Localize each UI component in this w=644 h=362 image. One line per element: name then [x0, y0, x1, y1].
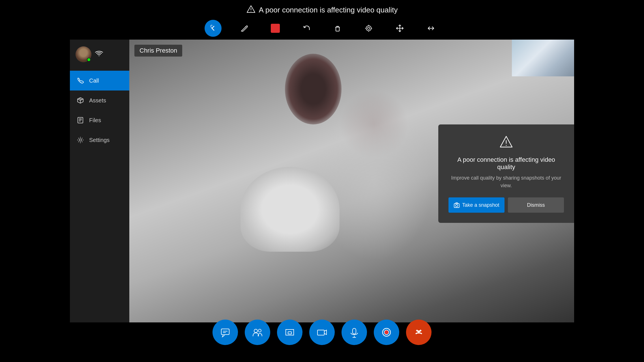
stop-button[interactable] [267, 20, 284, 37]
avatar-wrapper [76, 46, 91, 62]
signal-icon [95, 50, 103, 59]
notification-dialog: A poor connection is affecting video qua… [438, 124, 574, 223]
svg-point-16 [79, 139, 81, 141]
svg-point-6 [366, 26, 371, 31]
sidebar-item-call-label: Call [89, 77, 99, 84]
sidebar-avatar-section [70, 40, 129, 68]
svg-rect-30 [353, 328, 356, 334]
dialog-warning-icon [448, 135, 564, 152]
thumbnail-video [512, 40, 574, 76]
svg-point-21 [456, 204, 458, 207]
svg-point-2 [251, 11, 251, 12]
svg-rect-22 [221, 329, 229, 335]
fit-button[interactable] [422, 20, 439, 37]
call-controls [0, 320, 644, 345]
sidebar-item-settings[interactable]: Settings [70, 130, 129, 150]
top-warning-text: A poor connection is affecting video qua… [259, 6, 398, 14]
record-button[interactable] [374, 320, 399, 345]
sidebar-item-call[interactable]: Call [70, 71, 129, 90]
caller-name: Chris Preston [139, 47, 177, 54]
undo-button[interactable] [298, 20, 315, 37]
sidebar-item-assets[interactable]: Assets [70, 90, 129, 110]
take-snapshot-button[interactable]: Take a snapshot [448, 197, 505, 213]
video-button[interactable] [309, 320, 335, 345]
dialog-subtitle: Improve call quality by sharing snapshot… [448, 174, 564, 189]
pen-button[interactable] [236, 20, 253, 37]
svg-line-3 [245, 27, 246, 27]
back-arrow-button[interactable] [205, 20, 222, 37]
target-button[interactable] [360, 20, 377, 37]
dialog-title: A poor connection is affecting video qua… [448, 156, 564, 171]
chat-button[interactable] [212, 320, 238, 345]
svg-rect-4 [336, 27, 339, 31]
svg-point-7 [368, 27, 370, 29]
caller-name-badge: Chris Preston [134, 45, 182, 57]
toolbar [0, 17, 644, 40]
warning-icon [246, 5, 256, 16]
sidebar-item-settings-label: Settings [89, 137, 110, 143]
person-head [285, 54, 342, 124]
sidebar-item-assets-label: Assets [89, 97, 106, 104]
svg-point-19 [506, 145, 507, 146]
person-body [241, 167, 340, 252]
sidebar-item-files-label: Files [89, 117, 101, 124]
participants-button[interactable] [245, 320, 270, 345]
sidebar: Call Assets File [70, 40, 129, 322]
move-button[interactable] [391, 20, 408, 37]
video-area: Chris Preston A poor connection is affec… [129, 40, 574, 322]
main-content: Call Assets File [70, 40, 574, 322]
mic-button[interactable] [342, 320, 367, 345]
svg-rect-29 [317, 330, 324, 335]
sidebar-nav: Call Assets File [70, 68, 129, 322]
svg-point-25 [254, 329, 257, 333]
end-call-button[interactable] [406, 320, 432, 345]
delete-button[interactable] [329, 20, 346, 37]
svg-rect-20 [454, 204, 459, 208]
svg-point-26 [258, 329, 261, 332]
dismiss-button[interactable]: Dismiss [508, 197, 564, 213]
screenshot-button[interactable] [277, 320, 302, 345]
svg-rect-28 [288, 332, 291, 334]
online-badge [87, 58, 91, 62]
dismiss-label: Dismiss [527, 202, 545, 208]
svg-point-34 [384, 330, 389, 335]
sidebar-item-files[interactable]: Files [70, 110, 129, 130]
dialog-buttons: Take a snapshot Dismiss [448, 197, 564, 213]
take-snapshot-label: Take a snapshot [462, 202, 499, 208]
